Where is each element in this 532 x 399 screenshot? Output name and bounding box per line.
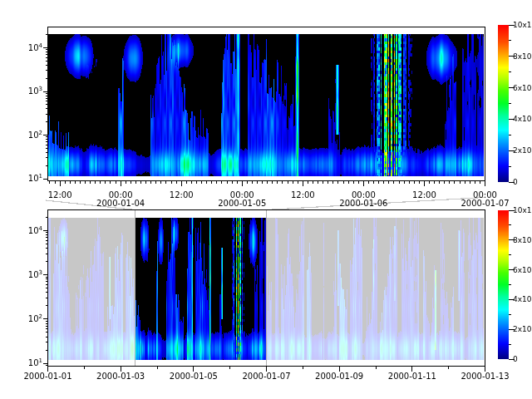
y-tick-label: 102	[21, 314, 42, 323]
x-tick-date-label: 2000-01-05	[213, 199, 271, 208]
colorbar-tick-label: 4x107	[513, 294, 532, 304]
text: 10	[28, 270, 39, 279]
x-tick-time-label: 12:00	[410, 190, 438, 200]
y-tick-label: 101	[21, 358, 42, 367]
text: 2x10	[513, 325, 532, 333]
colorbar-tick-label: 4x107	[513, 114, 532, 124]
x-tick-date-label: 2000-01-03	[91, 372, 150, 381]
y-tick-label: 102	[21, 131, 42, 140]
y-tick-label: 104	[21, 43, 42, 52]
exponent: 1	[39, 357, 42, 364]
text: 12:00	[48, 190, 72, 200]
colorbar-tick-label: 8x107	[513, 52, 532, 62]
text: 12:00	[291, 190, 315, 200]
text: 10	[28, 226, 39, 235]
text: 2000-01-05	[218, 199, 266, 208]
text: 10x10	[513, 21, 532, 29]
y-tick-label: 103	[21, 86, 42, 96]
text: 6x10	[513, 266, 532, 274]
colorbar-tick-label: 8x107	[513, 235, 532, 245]
x-tick-time-label: 12:00	[46, 190, 74, 200]
exponent: 2	[39, 130, 42, 136]
detail-plot-frame	[48, 27, 485, 181]
text: 2000-01-09	[315, 372, 363, 381]
text: 10	[28, 86, 39, 96]
x-tick-date-label: 2000-01-06	[334, 199, 392, 208]
text: 2000-01-04	[96, 199, 145, 208]
text: 12:00	[170, 190, 194, 200]
colorbar-tick-label: 0	[513, 354, 532, 364]
x-tick-time-label: 12:00	[288, 190, 317, 200]
x-tick-date-label: 2000-01-09	[310, 372, 368, 381]
exponent: 4	[39, 42, 42, 49]
text: 10	[28, 314, 39, 323]
y-tick-label: 104	[21, 226, 42, 235]
text: 2000-01-01	[23, 372, 71, 381]
text: 2000-01-13	[461, 372, 509, 381]
exponent: 3	[39, 269, 42, 276]
x-tick-date-label: 2000-01-01	[19, 372, 77, 381]
x-tick-date-label: 2000-01-07	[456, 199, 515, 208]
colorbar-tick-label: 6x107	[513, 83, 532, 93]
colorbar-tick-label: 10x107	[513, 205, 532, 215]
x-tick-date-label: 2000-01-11	[383, 372, 441, 381]
text: 2000-01-07	[461, 199, 509, 208]
text: 0	[513, 178, 518, 186]
text: 10x10	[513, 206, 532, 214]
y-tick-label: 103	[21, 270, 42, 279]
text: 0	[513, 355, 518, 363]
colorbar-tick-label: 6x107	[513, 265, 532, 275]
x-tick-date-label: 2000-01-13	[456, 372, 515, 381]
text: 6x10	[513, 84, 532, 92]
text: 8x10	[513, 52, 532, 61]
text: 8x10	[513, 236, 532, 244]
text: 10	[28, 131, 39, 140]
exponent: 4	[39, 225, 42, 232]
colorbar-tick-label: 2x107	[513, 324, 532, 334]
text: 4x10	[513, 295, 532, 303]
text: 2x10	[513, 146, 532, 155]
x-tick-date-label: 2000-01-07	[238, 372, 296, 381]
text: 2000-01-11	[388, 372, 436, 381]
text: 2000-01-05	[170, 372, 218, 381]
spectrogram-figure: 10110210310410110210310412:0000:002000-0…	[0, 0, 532, 399]
exponent: 3	[39, 86, 42, 92]
text: 10	[28, 43, 39, 52]
colorbar-tick-label: 0	[513, 177, 532, 187]
text: 2000-01-03	[96, 372, 145, 381]
exponent: 1	[39, 173, 42, 180]
text: 2000-01-07	[242, 372, 290, 381]
x-tick-date-label: 2000-01-05	[165, 372, 223, 381]
text: 10	[28, 358, 39, 367]
colorbar-tick-label: 10x107	[513, 20, 532, 30]
x-tick-date-label: 2000-01-04	[91, 199, 150, 208]
y-tick-label: 101	[21, 174, 42, 183]
x-tick-time-label: 12:00	[167, 190, 195, 200]
exponent: 2	[39, 313, 42, 320]
text: 10	[28, 174, 39, 183]
colorbar-tick-label: 2x107	[513, 145, 532, 155]
text: 2000-01-06	[339, 199, 387, 208]
text: 12:00	[412, 190, 436, 200]
text: 4x10	[513, 115, 532, 123]
